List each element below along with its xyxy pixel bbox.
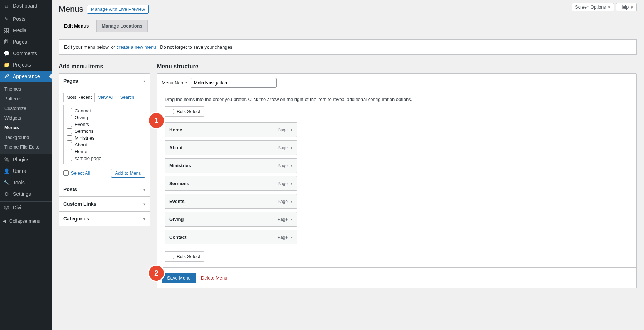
submenu-background[interactable]: Background [0,132,52,142]
sidebar-item-label: Media [13,28,26,33]
help-button[interactable]: Help ▼ [616,3,637,11]
menu-item-title: Contact [169,234,186,240]
submenu-theme-editor[interactable]: Theme File Editor [0,142,52,152]
menu-item-row[interactable]: Contact Page▾ [165,230,297,244]
page-checkbox-row[interactable]: Ministries [67,135,142,141]
menu-structure-column: Menu structure Menu Name Drag the items … [157,63,637,288]
chevron-down-icon: ▾ [143,202,145,206]
sidebar-item-appearance[interactable]: 🖌 Appearance [0,71,52,82]
divi-icon: Ⓓ [3,204,10,211]
page-checkbox-row[interactable]: Home [67,148,142,155]
select-all-checkbox[interactable] [63,170,69,176]
menu-item-type: Page [278,235,288,240]
sidebar-item-comments[interactable]: 💬 Comments [0,48,52,59]
menu-item-row[interactable]: Ministries Page▾ [165,158,297,173]
save-menu-button[interactable]: Save Menu [162,273,196,283]
page-checkbox-row[interactable]: Giving [67,114,142,121]
menu-item-row[interactable]: Home Page▾ [165,122,297,137]
page-checkbox[interactable] [67,108,72,113]
pages-icon: 🗐 [3,39,10,45]
page-checkbox-row[interactable]: About [67,141,142,148]
tab-edit-menus[interactable]: Edit Menus [59,20,94,32]
bulk-select-bottom[interactable]: Bulk Select [165,251,204,262]
create-new-menu-link[interactable]: create a new menu [117,44,156,50]
chevron-down-icon[interactable]: ▾ [291,199,292,203]
sidebar-item-tools[interactable]: 🔧 Tools [0,177,52,188]
page-label: About [75,142,87,147]
sidebar-item-media[interactable]: 🖼 Media [0,25,52,36]
sidebar-item-label: Divi [13,205,21,210]
pages-panel-header[interactable]: Pages ▴ [59,74,150,88]
chevron-down-icon[interactable]: ▾ [291,181,292,185]
chevron-down-icon[interactable]: ▾ [291,235,292,239]
custom-links-panel-header[interactable]: Custom Links ▾ [59,196,150,211]
screen-options-button[interactable]: Screen Options ▼ [572,3,614,11]
page-checkbox[interactable] [67,156,72,161]
top-toolbar: Screen Options ▼ Help ▼ [572,3,637,11]
page-checkbox[interactable] [67,115,72,120]
menu-name-input[interactable] [191,78,277,88]
chevron-down-icon[interactable]: ▾ [291,146,292,150]
pin-icon: ✎ [3,16,10,22]
submenu-customize[interactable]: Customize [0,103,52,113]
page-label: Contact [75,108,91,113]
menu-item-row[interactable]: Giving Page▾ [165,212,297,227]
page-checkbox-row[interactable]: Events [67,121,142,128]
submenu-widgets[interactable]: Widgets [0,113,52,123]
sidebar-item-plugins[interactable]: 🔌 Plugins [0,154,52,165]
tab-manage-locations[interactable]: Manage Locations [96,20,147,32]
page-label: Ministries [75,135,94,141]
structure-header: Menu Name [157,74,636,92]
page-checkbox-row[interactable]: sample page [67,155,142,162]
sidebar-item-label: Plugins [13,157,29,162]
sidebar-item-label: Comments [13,50,37,56]
menu-item-title: About [169,145,183,150]
chevron-down-icon[interactable]: ▾ [291,164,292,168]
delete-menu-link[interactable]: Delete Menu [201,275,228,281]
page-checkbox[interactable] [67,149,72,154]
sidebar-item-label: Appearance [13,73,40,79]
menu-name-label: Menu Name [162,80,187,86]
sidebar-item-users[interactable]: 👤 Users [0,165,52,177]
bulk-select-checkbox[interactable] [169,254,174,259]
page-checkbox-row[interactable]: Sermons [67,128,142,135]
sidebar-item-pages[interactable]: 🗐 Pages [0,36,52,48]
page-checkbox[interactable] [67,135,72,141]
notice-prefix: Edit your menu below, or [64,44,117,50]
menu-item-row[interactable]: About Page▾ [165,140,297,155]
subtab-most-recent[interactable]: Most Recent [63,93,95,102]
page-label: Events [75,122,89,127]
submenu-themes[interactable]: Themes [0,84,52,94]
page-title: Menus Manage with Live Preview [59,0,637,15]
menu-item-title: Events [169,199,185,204]
bulk-select-checkbox[interactable] [169,109,174,114]
chevron-down-icon[interactable]: ▾ [291,128,292,132]
submenu-menus[interactable]: Menus [0,123,52,132]
page-checkbox[interactable] [67,128,72,134]
page-checkbox[interactable] [67,122,72,127]
menu-item-title: Sermons [169,181,189,186]
sidebar-item-divi[interactable]: Ⓓ Divi [0,202,52,214]
sidebar-item-settings[interactable]: ⚙ Settings [0,188,52,200]
menu-item-title: Giving [169,217,184,222]
subtab-search[interactable]: Search [117,93,138,102]
live-preview-button[interactable]: Manage with Live Preview [87,5,149,14]
menu-structure-box: Menu Name Drag the items into the order … [157,73,637,288]
menu-item-row[interactable]: Events Page▾ [165,194,297,209]
page-label: Giving [75,115,88,120]
chevron-down-icon[interactable]: ▾ [291,217,292,221]
sidebar-item-projects[interactable]: 📁 Projects [0,59,52,71]
subtab-view-all[interactable]: View All [95,93,117,102]
collapse-menu[interactable]: ◀ Collapse menu [0,215,52,227]
page-checkbox[interactable] [67,142,72,147]
categories-panel-header[interactable]: Categories ▾ [59,211,150,226]
sidebar-item-dashboard[interactable]: ⌂ Dashboard [0,0,52,11]
posts-panel-header[interactable]: Posts ▾ [59,182,150,196]
add-to-menu-button[interactable]: Add to Menu [111,169,145,178]
sidebar-item-posts[interactable]: ✎ Posts [0,13,52,25]
page-checkbox-row[interactable]: Contact [67,107,142,114]
select-all-row[interactable]: Select All [63,170,90,176]
submenu-patterns[interactable]: Patterns [0,94,52,103]
menu-item-row[interactable]: Sermons Page▾ [165,176,297,191]
bulk-select-top[interactable]: Bulk Select [165,106,204,117]
